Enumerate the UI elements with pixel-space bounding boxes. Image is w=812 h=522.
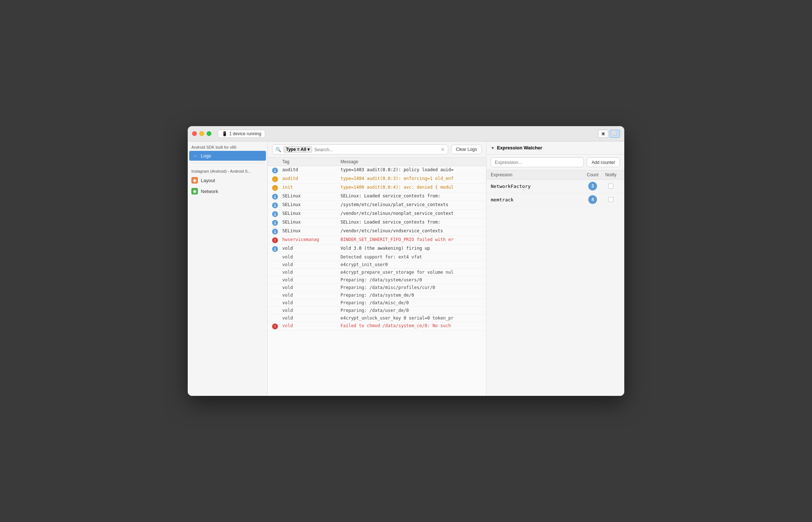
expression-count-badge: 3 — [588, 182, 597, 190]
expr-col-name-header: Expression — [491, 172, 584, 177]
log-row: vold Preparing: /data/misc/profiles/cur/… — [268, 284, 486, 292]
type-chevron-icon: ▾ — [307, 147, 310, 152]
log-icon-cell — [272, 300, 282, 301]
log-icon-cell: i — [272, 193, 282, 200]
log-msg-cell: Preparing: /data/misc/profiles/cur/0 — [341, 285, 482, 290]
warn-icon: ⚠ — [272, 176, 278, 182]
log-icon-cell — [272, 316, 282, 316]
info-icon: i — [272, 202, 278, 208]
log-icon-cell: i — [272, 228, 282, 234]
log-tag-cell: SELinux — [282, 228, 341, 233]
logs-arrow-icon: → — [193, 153, 197, 158]
log-tag-cell: vold — [282, 323, 341, 328]
log-row: vold Preparing: /data/user_de/0 — [268, 307, 486, 314]
log-msg-cell: type=1404 audit(0.0:3): enforcing=1 old_… — [341, 176, 482, 181]
log-row: ⚠ auditd type=1404 audit(0.0:3): enforci… — [268, 175, 486, 184]
log-tag-cell: vold — [282, 246, 341, 251]
info-icon: i — [272, 246, 278, 252]
log-msg-cell: type=1400 audit(0.0:4): avc: denied { mo… — [341, 185, 482, 190]
log-tag-cell: vold — [282, 277, 341, 282]
log-row: i vold Vold 3.0 (the awakening) firing u… — [268, 245, 486, 253]
log-msg-cell: Preparing: /data/system/users/0 — [341, 277, 482, 282]
log-tag-cell: vold — [282, 316, 341, 321]
log-msg-cell: Preparing: /data/misc_de/0 — [341, 300, 482, 305]
log-row: vold Detected support for: ext4 vfat — [268, 253, 486, 261]
log-icon-cell: ! — [272, 323, 282, 329]
expression-count-cell: 3 — [584, 182, 602, 190]
error-icon: ! — [272, 237, 278, 243]
log-row: i auditd type=1403 audit(0.0:2): policy … — [268, 166, 486, 175]
log-tag-cell: vold — [282, 308, 341, 313]
log-row: vold Preparing: /data/system/users/0 — [268, 276, 486, 284]
expression-triangle-icon: ▼ — [491, 146, 495, 150]
clear-logs-button[interactable]: Clear Logs — [451, 145, 482, 154]
log-tag-cell: vold — [282, 262, 341, 267]
maximize-button[interactable] — [207, 131, 211, 136]
type-filter-badge[interactable]: Type = All ▾ — [283, 146, 312, 153]
expression-watcher-title: Expression Watcher — [497, 145, 542, 150]
search-input[interactable] — [314, 147, 438, 152]
log-tag-cell: SELinux — [282, 202, 341, 207]
minimize-button[interactable] — [199, 131, 204, 136]
expression-panel: ▼ Expression Watcher Add counter Express… — [486, 141, 624, 396]
log-msg-cell: Failed to chmod /data/system_ce/0: No su… — [341, 323, 482, 328]
close-button[interactable] — [192, 131, 197, 136]
log-tag-cell: hwservicemanag — [282, 237, 341, 242]
log-toolbar: 🔍 Type = All ▾ ✕ Clear Logs — [268, 141, 486, 158]
log-tag-cell: vold — [282, 285, 341, 290]
expression-notify-checkbox[interactable] — [608, 184, 613, 189]
log-icon-cell: ⚠ — [272, 176, 282, 182]
log-icon-cell — [272, 277, 282, 278]
log-tag-cell: init — [282, 185, 341, 190]
log-row: ! vold Failed to chmod /data/system_ce/0… — [268, 322, 486, 331]
search-icon: 🔍 — [275, 147, 281, 152]
sidebar-item-network[interactable]: ◉ Network — [188, 186, 267, 197]
log-row: i SELinux /vendor/etc/selinux/nonplat_se… — [268, 210, 486, 218]
view-button-2[interactable]: ⬜ — [610, 130, 620, 138]
col-tag-header: Tag — [282, 159, 341, 164]
col-icon-header — [272, 159, 282, 164]
info-icon: i — [272, 168, 278, 173]
log-msg-cell: Vold 3.0 (the awakening) firing up — [341, 246, 482, 251]
titlebar-right: ▣ ⬜ — [598, 130, 620, 138]
expression-count-cell: 4 — [584, 195, 602, 204]
clear-search-icon[interactable]: ✕ — [441, 146, 445, 152]
log-icon-cell — [272, 285, 282, 285]
log-tag-cell: vold — [282, 270, 341, 275]
log-icon-cell: i — [272, 246, 282, 252]
log-msg-cell: type=1403 audit(0.0:2): policy loaded au… — [341, 167, 482, 172]
sidebar-item-layout[interactable]: ◉ Layout — [188, 175, 267, 186]
expression-notify-cell — [602, 197, 620, 202]
log-tag-cell: SELinux — [282, 193, 341, 198]
view-button-1[interactable]: ▣ — [598, 130, 608, 138]
log-msg-cell: BINDER_SET_INHERIT_FIFO_PRIO failed with… — [341, 237, 482, 242]
log-msg-cell: Preparing: /data/system_de/0 — [341, 293, 482, 298]
log-msg-cell: e4crypt_init_user0 — [341, 262, 482, 267]
expression-input[interactable] — [491, 157, 584, 167]
col-message-header: Message — [341, 159, 482, 164]
log-icon-cell: ⚠ — [272, 185, 282, 191]
log-msg-cell: e4crypt_unlock_user_key 0 serial=0 token… — [341, 316, 482, 321]
sidebar-item-layout-label: Layout — [201, 178, 215, 183]
log-row: vold e4crypt_unlock_user_key 0 serial=0 … — [268, 314, 486, 322]
log-icon-cell: i — [272, 211, 282, 217]
expression-notify-checkbox[interactable] — [608, 197, 613, 202]
sidebar-divider — [191, 163, 264, 163]
expression-row: memtrack 4 — [486, 193, 624, 206]
expression-watcher-header: ▼ Expression Watcher — [486, 141, 624, 154]
expression-row: NetworkFactory 3 — [486, 180, 624, 193]
log-tag-cell: vold — [282, 254, 341, 260]
log-msg-cell: SELinux: Loaded service_contexts from: — [341, 193, 482, 198]
log-icon-cell: ! — [272, 237, 282, 243]
log-tag-cell: SELinux — [282, 220, 341, 225]
sidebar-item-logs[interactable]: → Logs — [189, 151, 266, 161]
log-icon-cell: i — [272, 202, 282, 208]
error-icon: ! — [272, 324, 278, 329]
sdk-title: Android SDK built for x86 — [188, 141, 267, 151]
log-msg-cell: SELinux: Loaded service_contexts from: — [341, 220, 482, 225]
device-badge[interactable]: 📱 1 device running — [218, 130, 265, 138]
log-msg-cell: e4crypt_prepare_user_storage for volume … — [341, 270, 482, 275]
log-row: vold e4crypt_prepare_user_storage for vo… — [268, 269, 486, 276]
log-msg-cell: Preparing: /data/user_de/0 — [341, 308, 482, 313]
add-counter-button[interactable]: Add counter — [587, 157, 620, 167]
